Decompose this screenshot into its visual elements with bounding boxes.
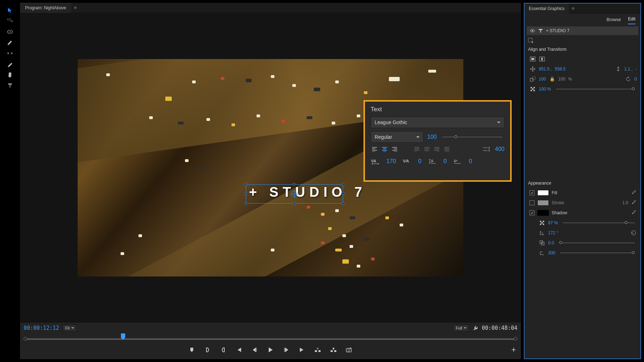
go-to-out-icon[interactable] bbox=[298, 346, 306, 353]
svg-rect-26 bbox=[540, 224, 541, 225]
shadow-swatch[interactable] bbox=[537, 210, 549, 216]
font-size-slider[interactable] bbox=[443, 137, 502, 137]
add-button[interactable]: + bbox=[511, 345, 516, 354]
svg-rect-16 bbox=[530, 78, 533, 81]
section-align-title: Align and Transform bbox=[525, 45, 640, 54]
justify-all-icon[interactable] bbox=[443, 146, 451, 153]
shadow-angle[interactable]: 172 ° bbox=[548, 230, 558, 235]
align-horizontal-icon[interactable] bbox=[530, 56, 536, 62]
justify-last-left-icon[interactable] bbox=[413, 146, 421, 153]
visibility-icon[interactable] bbox=[530, 29, 535, 33]
tab-browse[interactable]: Browse bbox=[606, 17, 621, 24]
text-layer-icon bbox=[538, 28, 543, 33]
slip-tool[interactable] bbox=[5, 49, 15, 57]
step-back-icon[interactable] bbox=[251, 346, 258, 353]
anchor-x[interactable]: 1.1 , bbox=[624, 67, 633, 72]
settings-icon[interactable] bbox=[473, 325, 478, 331]
in-point-icon[interactable] bbox=[204, 346, 211, 353]
shadow-opacity-slider[interactable] bbox=[563, 222, 635, 223]
align-vertical-icon[interactable] bbox=[539, 56, 545, 62]
eyedropper-icon[interactable] bbox=[631, 190, 637, 196]
align-center-icon[interactable] bbox=[381, 146, 389, 153]
type-tool[interactable] bbox=[5, 82, 15, 89]
current-timecode[interactable]: 00:00:12:12 bbox=[24, 325, 59, 331]
tab-prefix: Program: bbox=[25, 5, 43, 10]
zoom-dropdown[interactable]: Fit bbox=[63, 324, 76, 332]
anchor-y[interactable]: - bbox=[635, 67, 637, 72]
font-family-dropdown[interactable]: League Gothic bbox=[371, 117, 504, 128]
fill-swatch[interactable] bbox=[537, 190, 549, 196]
distance-icon bbox=[539, 240, 545, 246]
fill-checkbox[interactable] bbox=[530, 190, 535, 195]
shadow-checkbox[interactable] bbox=[530, 210, 535, 215]
lift-icon[interactable] bbox=[314, 346, 321, 353]
resolution-dropdown[interactable]: Full bbox=[453, 324, 469, 332]
leading-value[interactable]: 400 bbox=[495, 146, 504, 152]
scale-lock-icon[interactable]: 🔒 bbox=[549, 76, 555, 82]
font-style-dropdown[interactable]: Regular bbox=[371, 131, 424, 143]
pen-tool[interactable] bbox=[5, 60, 15, 68]
angle-dial-icon[interactable] bbox=[630, 230, 637, 236]
opacity-value[interactable]: 100 % bbox=[539, 87, 551, 92]
shadow-blur-slider[interactable] bbox=[560, 253, 635, 253]
hand-tool[interactable] bbox=[5, 71, 15, 79]
opacity-slider[interactable] bbox=[556, 89, 635, 89]
scale-w[interactable]: 100 bbox=[539, 77, 546, 82]
justify-last-right-icon[interactable] bbox=[433, 146, 441, 153]
text-section-highlight: Text League Gothic Regular 100 400 bbox=[364, 100, 512, 182]
duration-timecode: 00:00:48:04 bbox=[482, 325, 517, 331]
mark-in-icon[interactable] bbox=[188, 346, 195, 353]
eyedropper-icon[interactable] bbox=[631, 200, 637, 206]
position-x[interactable]: 951.5 , bbox=[539, 67, 552, 72]
shadow-opacity[interactable]: 87 % bbox=[548, 220, 558, 225]
shadow-distance[interactable]: 0.0 bbox=[548, 240, 554, 245]
responsive-pin-icon[interactable] bbox=[528, 38, 532, 42]
tsume-value[interactable]: 0 bbox=[469, 158, 472, 165]
go-to-in-icon[interactable] bbox=[235, 346, 243, 353]
svg-rect-19 bbox=[533, 87, 535, 88]
rotation-value[interactable]: 0 bbox=[634, 77, 637, 82]
baseline-value[interactable]: 0 bbox=[444, 158, 447, 165]
tracking-value[interactable]: 170 bbox=[386, 158, 396, 165]
layer-row[interactable]: + STUDIO 7 bbox=[527, 26, 638, 35]
playhead-icon[interactable] bbox=[121, 333, 125, 338]
razor-tool[interactable] bbox=[5, 39, 15, 47]
font-size[interactable]: 100 bbox=[427, 134, 437, 140]
selection-tool[interactable] bbox=[5, 6, 15, 14]
anchor-point-icon[interactable] bbox=[292, 191, 297, 197]
mini-timeline[interactable] bbox=[24, 333, 517, 343]
position-y[interactable]: 558.5 bbox=[555, 67, 566, 72]
scale-icon bbox=[530, 76, 536, 82]
step-forward-icon[interactable] bbox=[283, 346, 290, 353]
play-button[interactable] bbox=[267, 346, 274, 353]
panel-title[interactable]: Essential Graphics bbox=[525, 4, 569, 14]
svg-rect-23 bbox=[540, 221, 541, 222]
program-tab[interactable]: Program: NightAbove bbox=[20, 3, 71, 13]
extract-icon[interactable] bbox=[330, 346, 337, 353]
kerning-value[interactable]: 0 bbox=[418, 158, 421, 165]
shadow-distance-slider[interactable] bbox=[559, 243, 635, 243]
text-selection-box[interactable]: + STUDIO 7 bbox=[246, 184, 343, 204]
align-left-icon[interactable] bbox=[371, 146, 379, 153]
stroke-checkbox[interactable] bbox=[530, 200, 535, 205]
panel-menu-icon[interactable]: ≡ bbox=[74, 5, 77, 10]
title-text[interactable]: + STUDIO 7 bbox=[246, 183, 369, 201]
section-text-title: Text bbox=[371, 106, 504, 113]
svg-rect-2 bbox=[315, 350, 317, 352]
align-right-icon[interactable] bbox=[391, 146, 399, 153]
out-point-icon[interactable] bbox=[220, 346, 227, 353]
svg-rect-0 bbox=[8, 19, 11, 20]
stroke-swatch[interactable] bbox=[537, 200, 549, 206]
track-select-tool[interactable] bbox=[5, 17, 15, 25]
ripple-edit-tool[interactable] bbox=[5, 28, 15, 36]
tab-edit[interactable]: Edit bbox=[628, 16, 635, 24]
stroke-width[interactable]: 1.0 bbox=[622, 200, 628, 205]
shadow-blur[interactable]: 300 bbox=[548, 250, 555, 255]
export-frame-icon[interactable] bbox=[346, 346, 353, 353]
justify-last-center-icon[interactable] bbox=[423, 146, 431, 153]
opacity-icon bbox=[539, 220, 545, 226]
panel-menu-icon[interactable]: ≡ bbox=[572, 6, 575, 11]
svg-text:V⁄A: V⁄A bbox=[403, 159, 409, 163]
svg-text:VA: VA bbox=[371, 159, 376, 163]
eyedropper-icon[interactable] bbox=[631, 210, 637, 216]
